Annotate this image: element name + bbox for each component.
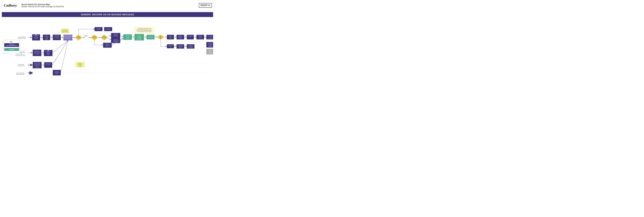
svg-text:Submit video: Submit video <box>208 36 213 37</box>
svg-text:Find video: Find video <box>198 35 202 36</box>
svg-text:on Facebook: on Facebook <box>113 36 118 37</box>
svg-text:AR platform: AR platform <box>8 49 14 50</box>
svg-text:file in file: file in file <box>198 37 202 37</box>
svg-text:Show status of: Show status of <box>62 29 68 30</box>
svg-text:for iPhone: for iPhone <box>78 65 82 66</box>
svg-text:Gifts Direct order: Gifts Direct order <box>18 38 26 39</box>
vccp-label: VCCP <box>200 4 207 7</box>
journey-banner: SENDER: RECORD AN AR MASKED MESSAGE <box>2 12 213 17</box>
journey-svg: From Cadbury Gifts Direct order Over 24 … <box>2 18 213 76</box>
svg-text:message?: message? <box>76 37 80 38</box>
svg-text:Instructional page on: Instructional page on <box>64 35 72 36</box>
svg-text:Android?: Android? <box>92 37 96 38</box>
svg-text:for: for <box>210 37 211 38</box>
svg-text:Type in:: Type in: <box>45 35 48 36</box>
svg-text:email: email <box>179 47 181 48</box>
svg-text:CGD order: CGD order <box>34 37 38 38</box>
svg-text:email: email <box>35 38 37 39</box>
svg-text:Open order: Open order <box>178 45 182 46</box>
svg-text:keep it secret): keep it secret) <box>65 38 70 39</box>
svg-text:non-Safari?: non-Safari? <box>78 66 82 67</box>
svg-text:text on filter: text on filter <box>137 37 141 38</box>
page-wrapper: Cadbury Secret Santa UX Journey Map: Sen… <box>0 0 215 76</box>
svg-text:Key: Key <box>10 41 12 43</box>
svg-text:FB or IG: FB or IG <box>106 46 109 47</box>
svg-text:Type in text: Type in text <box>96 28 101 29</box>
svg-text:access filter: access filter <box>113 40 118 41</box>
svg-text:video?: video? <box>159 38 162 39</box>
svg-text:QR code for: QR code for <box>105 45 110 46</box>
svg-text:message: message <box>35 54 38 55</box>
svg-text:+ order: + order <box>45 38 48 39</box>
svg-text:moderation: moderation <box>54 72 59 73</box>
vccp-badge: VCCP CX <box>199 3 212 8</box>
svg-text:likely % traffic: likely % traffic <box>78 64 82 65</box>
svg-text:fail email: fail email <box>55 73 58 74</box>
svg-text:What's the: What's the <box>78 63 82 64</box>
svg-text:Link from: Link from <box>55 71 58 72</box>
svg-text:video (pending /: video (pending / <box>62 31 68 31</box>
svg-line-66 <box>108 36 111 37</box>
svg-text:Type of: Type of <box>77 36 80 37</box>
svg-text:Click link to: Click link to <box>114 39 118 40</box>
svg-text:gifts page in: gifts page in <box>178 37 183 37</box>
cx-label: CX <box>208 4 210 7</box>
svg-text:Select a gift: Select a gift <box>54 35 59 36</box>
svg-text:go to upload: go to upload <box>188 46 193 47</box>
svg-text:This is quite subtle so they m: This is quite subtle so they may struggl… <box>137 31 152 32</box>
svg-text:or Instagram: or Instagram <box>102 37 106 38</box>
svg-text:Sender receives: Sender receives <box>34 63 40 64</box>
svg-text:loaded: loaded <box>126 38 129 39</box>
svg-text:filter. The default action wou: filter. The default action would be to "… <box>137 29 152 30</box>
svg-text:From Cadbury: From Cadbury <box>18 37 25 38</box>
svg-text:From Virtual: From Virtual <box>18 64 24 65</box>
svg-text:Open my: Open my <box>178 35 182 36</box>
svg-text:message: message <box>84 36 87 37</box>
svg-line-76 <box>120 36 123 37</box>
svg-text:Save /: Save / <box>169 35 172 36</box>
svg-text:Postcode: Postcode <box>44 37 48 37</box>
svg-text:social: social <box>209 53 211 54</box>
svg-text:(Virtual Postal Service: (Virtual Postal Service <box>16 54 25 55</box>
svg-text:browser: browser <box>179 38 182 39</box>
svg-text:Video / text: Video / text <box>208 43 212 44</box>
svg-text:Click upload: Click upload <box>188 35 192 36</box>
svg-text:viewer: viewer <box>199 38 202 39</box>
svg-text:already recorded): already recorded) <box>62 32 68 33</box>
svg-text:Note the friction at this poin: Note the friction at this point. The app <box>138 28 151 29</box>
svg-text:video: video <box>169 38 171 39</box>
svg-text:App opens: App opens <box>126 35 130 36</box>
svg-text:link from: link from <box>34 36 38 37</box>
svg-text:Click link to: Click link to <box>114 34 118 35</box>
svg-text:VCCP CX:: VCCP CX: <box>9 44 14 45</box>
svg-text:video (Remember to: video (Remember to <box>64 37 72 38</box>
svg-text:video: video <box>169 46 171 47</box>
svg-text:OR Cadbury Gifts Direct): OR Cadbury Gifts Direct) <box>15 55 26 56</box>
svg-text:Share the: Share the <box>208 51 212 52</box>
header-title-block: Secret Santa UX Journey Map: Sender: Rec… <box>22 3 64 8</box>
svg-text:confirmation: confirmation <box>178 46 183 47</box>
header-subtitle: Sender: Record an AR mask message via Em… <box>22 6 64 8</box>
svg-line-71 <box>108 39 111 40</box>
svg-text:Pick a: Pick a <box>107 28 109 29</box>
header-left: Cadbury Secret Santa UX Journey Map: Sen… <box>3 2 64 9</box>
svg-text:moderation: moderation <box>208 46 212 47</box>
svg-line-173 <box>52 40 68 65</box>
svg-text:On iOS or: On iOS or <box>92 36 96 37</box>
svg-text:them to record a: them to record a <box>34 53 40 53</box>
svg-text:Read: Read <box>138 35 140 36</box>
svg-text:User scans: User scans <box>105 44 110 44</box>
svg-text:access filter: access filter <box>113 35 118 36</box>
svg-text:link in email: link in email <box>46 64 50 65</box>
svg-text:code: code <box>36 66 38 67</box>
svg-text:generic video: generic video <box>106 29 110 30</box>
svg-text:video: video <box>189 37 191 37</box>
svg-text:Click link to: Click link to <box>188 45 193 46</box>
svg-text:(one per gift): (one per gift) <box>35 67 40 68</box>
svg-text:email with order: email with order <box>34 64 40 65</box>
svg-text:message: message <box>97 29 100 30</box>
svg-text:number: number <box>45 39 48 40</box>
svg-text:with filter: with filter <box>126 37 129 38</box>
svg-text:Download: Download <box>168 37 172 37</box>
svg-text:(IG or FB): (IG or FB) <box>126 36 130 37</box>
